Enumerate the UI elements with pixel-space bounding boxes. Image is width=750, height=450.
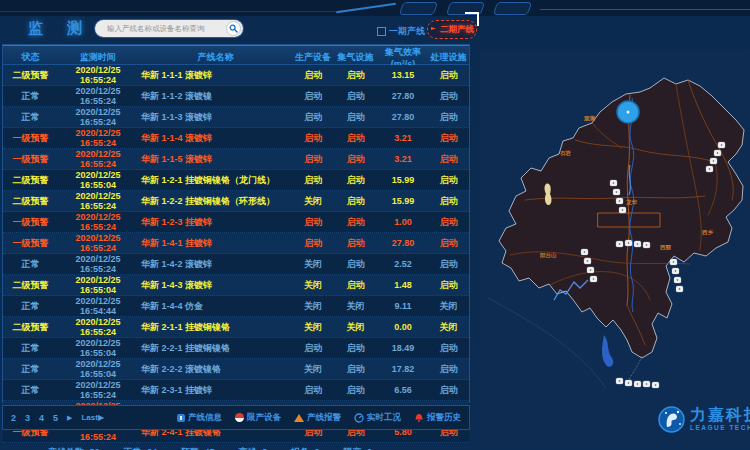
marker-dot xyxy=(622,209,624,211)
search-input[interactable] xyxy=(105,23,226,34)
status-cell: 二级预警 xyxy=(3,279,58,292)
time-cell: 2020/12/25 16:55:24 xyxy=(58,107,138,127)
top-decor-line-left xyxy=(0,11,336,12)
treat-facility-cell: 启动 xyxy=(428,69,469,82)
page-number[interactable]: 3 xyxy=(25,413,30,423)
gas-rate-cell: 3.21 xyxy=(378,133,428,143)
table-row[interactable]: 一级预警2020/12/25 16:55:24华新 1-2-3 挂镀锌启动启动1… xyxy=(3,212,469,233)
gas-facility-cell: 启动 xyxy=(333,279,378,292)
table-row[interactable]: 二级预警2020/12/25 16:55:24华新 2-1-1 挂镀铜镍铬关闭关… xyxy=(3,317,469,338)
status-cell: 正常 xyxy=(3,342,58,355)
treat-facility-cell: 启动 xyxy=(428,90,469,103)
treat-facility-cell: 启动 xyxy=(428,153,469,166)
summary-item: 限产: 0 xyxy=(344,446,373,450)
line-name-cell: 华新 2-2-1 挂镀铜镍铬 xyxy=(138,342,293,355)
marker-dot xyxy=(721,144,723,146)
gas-facility-cell: 启动 xyxy=(333,195,378,208)
alarm-history-icon xyxy=(414,413,424,423)
column-header: 状态 xyxy=(3,51,58,64)
gas-facility-cell: 启动 xyxy=(333,69,378,82)
gas-rate-cell: 3.21 xyxy=(378,154,428,164)
search-box[interactable] xyxy=(95,20,243,37)
treat-facility-cell: 启动 xyxy=(428,111,469,124)
brand-name: 力嘉科技 xyxy=(690,407,750,423)
column-header: 产线名称 xyxy=(138,51,293,64)
time-cell: 2020/12/25 16:55:04 xyxy=(58,275,138,295)
alert-station-circle[interactable] xyxy=(617,101,639,123)
summary-row: 产线总数: 82正常: 34预警: 45离线: 3报备: 0限产: 0 xyxy=(3,443,469,450)
table-row[interactable]: 二级预警2020/12/25 16:55:24华新 1-2-2 挂镀铜镍铬（环形… xyxy=(3,191,469,212)
table-row[interactable]: 一级预警2020/12/25 16:55:24华新 1-4-1 挂镀锌启动启动2… xyxy=(3,233,469,254)
table-row[interactable]: 正常2020/12/25 16:55:04华新 2-2-1 挂镀铜镍铬启动启动1… xyxy=(3,338,469,359)
marker-dot xyxy=(628,242,630,244)
time-cell: 2020/12/25 16:55:24 xyxy=(58,128,138,148)
legend-item-产线报警[interactable]: 产线报警 xyxy=(294,412,341,424)
status-cell: 正常 xyxy=(3,258,58,271)
gas-facility-cell: 启动 xyxy=(333,216,378,229)
line-name-cell: 华新 2-1-1 挂镀铜镍铬 xyxy=(138,321,293,334)
table-row[interactable]: 二级预警2020/12/25 16:55:04华新 1-2-1 挂镀铜镍铬（龙门… xyxy=(3,170,469,191)
treat-facility-cell: 启动 xyxy=(428,195,469,208)
prod-equipment-cell: 启动 xyxy=(293,342,333,355)
status-cell: 二级预警 xyxy=(3,321,58,334)
gas-rate-cell: 15.99 xyxy=(378,196,428,206)
table-row[interactable]: 一级预警2020/12/25 16:55:24华新 1-1-5 滚镀锌启动启动3… xyxy=(3,149,469,170)
search-button[interactable] xyxy=(226,21,241,36)
table-row[interactable]: 正常2020/12/25 16:55:24华新 1-4-2 滚镀锌关闭启动2.5… xyxy=(3,254,469,275)
limit-device-icon xyxy=(235,413,244,422)
prod-equipment-cell: 关闭 xyxy=(293,195,333,208)
station-center-dot xyxy=(627,111,630,114)
prod-equipment-cell: 启动 xyxy=(293,69,333,82)
table-row[interactable]: 二级预警2020/12/25 16:55:04华新 1-4-3 滚镀锌关闭启动1… xyxy=(3,275,469,296)
table-row[interactable]: 二级预警2020/12/25 16:55:24华新 1-1-1 滚镀锌启动启动1… xyxy=(3,65,469,86)
status-cell: 二级预警 xyxy=(3,174,58,187)
time-cell: 2020/12/25 16:55:24 xyxy=(58,212,138,232)
page-number[interactable]: 2 xyxy=(11,413,16,423)
gas-facility-cell: 启动 xyxy=(333,258,378,271)
marker-dot xyxy=(590,269,592,271)
prod-equipment-cell: 启动 xyxy=(293,153,333,166)
line-name-cell: 华新 1-2-3 挂镀锌 xyxy=(138,216,293,229)
status-cell: 一级预警 xyxy=(3,216,58,229)
table-row[interactable]: 正常2020/12/25 16:55:24华新 1-1-3 滚镀锌启动启动27.… xyxy=(3,107,469,128)
prod-equipment-cell: 启动 xyxy=(293,90,333,103)
line-name-cell: 华新 1-4-1 挂镀锌 xyxy=(138,237,293,250)
summary-item: 报备: 0 xyxy=(291,446,320,450)
line-alarm-icon xyxy=(294,414,304,422)
table-row[interactable]: 正常2020/12/25 16:55:24华新 1-1-2 滚镀镍启动启动27.… xyxy=(3,86,469,107)
legend-bar: 产线信息限产设备产线报警实时工况报警历史 xyxy=(177,412,461,424)
page-number[interactable]: 5 xyxy=(53,413,58,423)
marker-dot xyxy=(717,152,719,154)
page-number[interactable]: 4 xyxy=(39,413,44,423)
marker-dot xyxy=(619,380,621,382)
legend-item-产线信息[interactable]: 产线信息 xyxy=(177,412,222,424)
status-cell: 正常 xyxy=(3,300,58,313)
phase1-toggle[interactable]: 一期产线 xyxy=(377,25,425,38)
legend-item-实时工况[interactable]: 实时工况 xyxy=(354,412,401,424)
brand-subtitle: LEAGUE TECH xyxy=(690,425,750,432)
gas-rate-cell: 15.99 xyxy=(378,175,428,185)
table-row[interactable]: 正常2020/12/25 16:54:44华新 1-4-4 仿金关闭关闭9.11… xyxy=(3,296,469,317)
map-place-label: 石岩 xyxy=(559,150,572,157)
marker-dot xyxy=(675,270,677,272)
marker-dot xyxy=(616,191,618,193)
treat-facility-cell: 启动 xyxy=(428,132,469,145)
gas-rate-cell: 9.11 xyxy=(378,301,428,311)
page-next-button[interactable]: ▶ xyxy=(67,414,72,422)
legend-item-报警历史[interactable]: 报警历史 xyxy=(414,412,461,424)
map-place-label: 西乡 xyxy=(701,229,714,236)
prod-equipment-cell: 关闭 xyxy=(293,363,333,376)
district-map[interactable]: 观澜石岩龙华阳台山西丽西乡 xyxy=(480,50,750,445)
map-place-label: 龙华 xyxy=(625,199,638,206)
table-row[interactable]: 正常2020/12/25 16:55:04华新 2-2-2 滚镀镍铬关闭启动17… xyxy=(3,359,469,380)
line-name-cell: 华新 1-1-4 滚镀锌 xyxy=(138,132,293,145)
page-last-button[interactable]: Last▶ xyxy=(81,413,104,422)
line-name-cell: 华新 1-2-1 挂镀铜镍铬（龙门线） xyxy=(138,174,293,187)
legend-label: 产线信息 xyxy=(188,412,222,424)
prod-equipment-cell: 启动 xyxy=(293,237,333,250)
table-row[interactable]: 一级预警2020/12/25 16:55:24华新 1-1-4 滚镀锌启动启动3… xyxy=(3,128,469,149)
line-name-cell: 华新 2-2-2 滚镀镍铬 xyxy=(138,363,293,376)
legend-item-限产设备[interactable]: 限产设备 xyxy=(235,412,281,424)
gas-facility-cell: 启动 xyxy=(333,363,378,376)
table-row[interactable]: 正常2020/12/25 16:55:24华新 2-3-1 挂镀锌启动启动6.5… xyxy=(3,380,469,401)
